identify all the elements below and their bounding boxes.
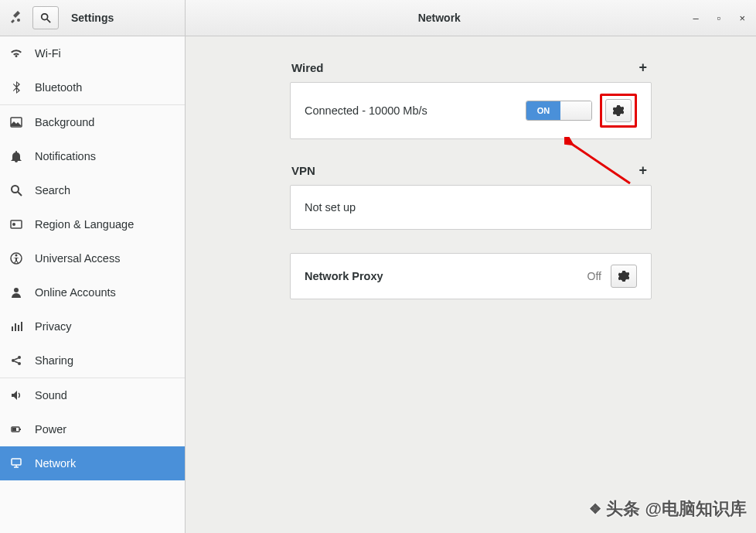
sound-icon — [9, 389, 23, 401]
sidebar-item-online-accounts[interactable]: Online Accounts — [0, 275, 185, 309]
wired-title: Wired — [291, 61, 324, 74]
minimize-button[interactable]: – — [693, 12, 699, 24]
sidebar-item-notifications[interactable]: Notifications — [0, 139, 185, 173]
wifi-icon — [9, 47, 23, 60]
proxy-title: Network Proxy — [305, 270, 587, 282]
watermark-text: 头条 @电脑知识库 — [606, 497, 747, 521]
sidebar-item-network[interactable]: Network — [0, 446, 185, 480]
sidebar-item-bluetooth[interactable]: Bluetooth — [0, 70, 185, 105]
settings-label: Settings — [65, 12, 114, 24]
power-icon — [9, 423, 23, 436]
sidebar-item-label: Privacy — [35, 320, 72, 333]
add-wired-button[interactable]: + — [635, 60, 650, 76]
watermark-icon: ❖ — [589, 501, 601, 518]
bluetooth-icon — [9, 81, 23, 94]
bell-icon — [9, 150, 23, 162]
sidebar-item-privacy[interactable]: Privacy — [0, 309, 185, 343]
watermark: ❖ 头条 @电脑知识库 — [589, 497, 747, 521]
proxy-section: Network Proxy Off — [290, 253, 652, 299]
sidebar-item-label: Sharing — [35, 354, 73, 367]
maximize-button[interactable]: ▫ — [717, 12, 721, 24]
sidebar-item-label: Sound — [35, 389, 67, 401]
sidebar-item-background[interactable]: Background — [0, 105, 185, 139]
wired-settings-button[interactable] — [605, 99, 632, 122]
svg-line-5 — [18, 192, 22, 196]
toggle-on-label: ON — [526, 101, 560, 120]
accessibility-icon — [9, 252, 23, 265]
svg-point-10 — [14, 288, 19, 292]
proxy-status: Off — [587, 270, 601, 282]
search-icon — [9, 184, 23, 196]
add-vpn-button[interactable]: + — [635, 162, 650, 179]
sidebar-item-label: Background — [35, 116, 94, 128]
sidebar-item-search[interactable]: Search — [0, 173, 185, 207]
proxy-settings-button[interactable] — [611, 265, 637, 288]
sidebar-item-region-language[interactable]: Region & Language — [0, 207, 185, 241]
vpn-section: VPN + Not set up — [290, 162, 652, 230]
svg-rect-17 — [19, 429, 21, 430]
sidebar-item-label: Universal Access — [35, 252, 120, 265]
search-button[interactable] — [32, 6, 59, 29]
wired-status-text: Connected - 10000 Mb/s — [305, 104, 526, 117]
sidebar-item-universal-access[interactable]: Universal Access — [0, 241, 185, 275]
sidebar-item-sharing[interactable]: Sharing — [0, 343, 185, 378]
svg-line-2 — [47, 19, 50, 22]
svg-point-7 — [12, 223, 15, 226]
svg-rect-18 — [12, 428, 16, 431]
proxy-row: Network Proxy Off — [291, 254, 651, 299]
svg-point-1 — [42, 14, 48, 20]
sidebar-item-label: Bluetooth — [35, 81, 82, 94]
sidebar-item-label: Online Accounts — [35, 286, 116, 299]
privacy-icon — [9, 320, 23, 333]
sidebar-item-label: Wi-Fi — [35, 47, 61, 60]
vpn-status-row: Not set up — [291, 186, 651, 229]
svg-rect-19 — [12, 459, 21, 465]
language-icon — [9, 218, 23, 231]
sidebar-item-label: Network — [35, 457, 76, 470]
svg-line-15 — [15, 361, 19, 363]
sidebar-item-label: Search — [35, 184, 70, 196]
vpn-status-text: Not set up — [305, 201, 637, 214]
svg-point-4 — [12, 186, 19, 193]
vpn-title: VPN — [291, 164, 315, 177]
background-icon — [9, 116, 23, 128]
main-content: Wired + Connected - 10000 Mb/s ON — [186, 36, 756, 533]
wired-connection-row: Connected - 10000 Mb/s ON — [291, 83, 651, 138]
svg-line-14 — [15, 358, 19, 360]
highlight-annotation — [600, 94, 637, 128]
network-icon — [9, 457, 23, 470]
sidebar-item-power[interactable]: Power — [0, 412, 185, 446]
sidebar: Wi-Fi Bluetooth Background Notifications… — [0, 36, 186, 533]
sidebar-item-label: Power — [35, 423, 66, 436]
settings-app-icon — [5, 11, 26, 26]
svg-point-9 — [15, 255, 18, 257]
share-icon — [9, 354, 23, 367]
sidebar-item-wifi[interactable]: Wi-Fi — [0, 36, 185, 70]
toggle-off-side — [560, 101, 591, 120]
close-button[interactable]: × — [739, 12, 745, 24]
sidebar-item-label: Region & Language — [35, 218, 134, 231]
window-controls: – ▫ × — [693, 12, 756, 24]
online-accounts-icon — [9, 286, 23, 299]
wired-toggle[interactable]: ON — [526, 101, 592, 121]
sidebar-item-label: Notifications — [35, 150, 96, 162]
svg-point-0 — [17, 19, 20, 22]
sidebar-item-sound[interactable]: Sound — [0, 378, 185, 412]
wired-section: Wired + Connected - 10000 Mb/s ON — [290, 60, 652, 139]
titlebar: Settings Network – ▫ × — [0, 0, 756, 36]
page-title: Network — [186, 12, 693, 24]
